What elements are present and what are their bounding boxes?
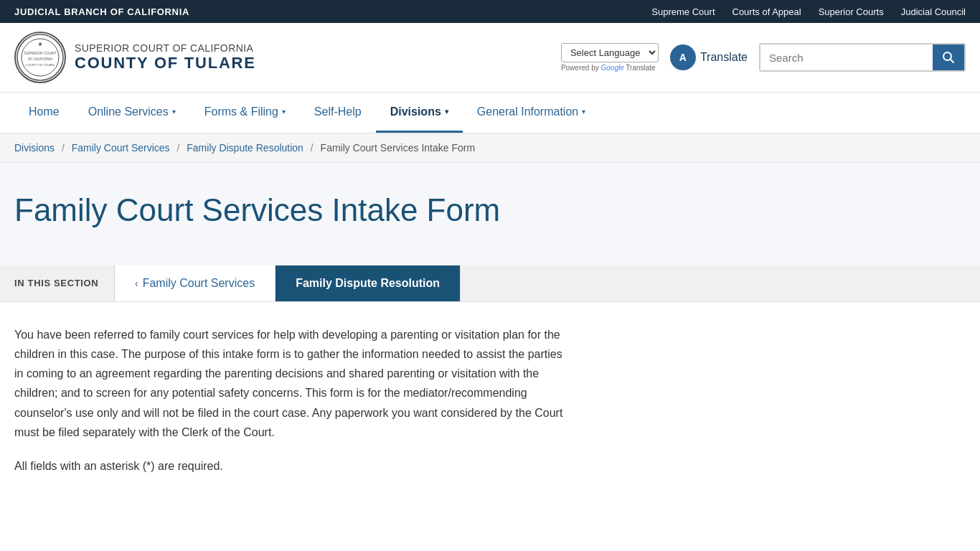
page-title: Family Court Services Intake Form [14, 192, 966, 230]
nav-inner: Home Online Services ▾ Forms & Filing ▾ … [0, 93, 980, 133]
logo-block: SUPERIOR COURT OF CALIFORNIA COUNTY OF T… [14, 32, 256, 83]
top-bar-links: Supreme Court Courts of Appeal Superior … [651, 6, 966, 17]
court-seal: SUPERIOR COURT OF CALIFORNIA COUNTY OF T… [14, 32, 66, 83]
nav-general-information[interactable]: General Information ▾ [463, 93, 600, 133]
search-button[interactable] [933, 43, 964, 72]
search-bar [759, 43, 966, 72]
content-paragraph-2: All fields with an asterisk (*) are requ… [14, 456, 574, 476]
translate-widget: Select Language Powered by Google Transl… [561, 43, 659, 72]
nav-home[interactable]: Home [14, 93, 74, 133]
section-nav: IN THIS SECTION ‹ Family Court Services … [0, 265, 980, 302]
superior-courts-link[interactable]: Superior Courts [819, 6, 884, 17]
top-bar: JUDICIAL BRANCH OF CALIFORNIA Supreme Co… [0, 0, 980, 23]
nav-divisions[interactable]: Divisions ▾ [376, 93, 463, 133]
breadcrumb-family-dispute-resolution[interactable]: Family Dispute Resolution [187, 142, 303, 154]
breadcrumb-current: Family Court Services Intake Form [321, 142, 476, 154]
chevron-down-icon: ▾ [445, 108, 448, 116]
court-name-block: SUPERIOR COURT OF CALIFORNIA COUNTY OF T… [75, 42, 256, 72]
section-nav-items: ‹ Family Court Services Family Dispute R… [115, 265, 461, 301]
breadcrumb-separator: / [62, 142, 65, 154]
breadcrumb-family-court-services[interactable]: Family Court Services [72, 142, 170, 154]
section-nav-family-court-services[interactable]: ‹ Family Court Services [115, 265, 275, 301]
nav-online-services[interactable]: Online Services ▾ [74, 93, 190, 133]
header: SUPERIOR COURT OF CALIFORNIA COUNTY OF T… [0, 23, 980, 93]
svg-line-7 [951, 60, 954, 63]
svg-text:SUPERIOR COURT: SUPERIOR COURT [24, 51, 56, 55]
nav-self-help[interactable]: Self-Help [300, 93, 376, 133]
judicial-council-link[interactable]: Judicial Council [901, 6, 966, 17]
header-controls: Select Language Powered by Google Transl… [561, 43, 966, 72]
translate-button[interactable]: A Translate [670, 44, 748, 70]
back-arrow-icon: ‹ [135, 278, 138, 289]
brand-name: JUDICIAL BRANCH OF CALIFORNIA [14, 6, 189, 17]
courts-of-appeal-link[interactable]: Courts of Appeal [732, 6, 801, 17]
chevron-down-icon: ▾ [582, 108, 585, 116]
breadcrumb-separator: / [177, 142, 180, 154]
search-input[interactable] [760, 52, 933, 64]
chevron-down-icon: ▾ [172, 108, 176, 116]
section-nav-family-dispute-resolution[interactable]: Family Dispute Resolution [275, 265, 461, 301]
translate-label: Translate [700, 51, 748, 64]
court-title: COUNTY OF TULARE [75, 54, 256, 72]
page-title-area: Family Court Services Intake Form [0, 163, 980, 265]
svg-text:COUNTY OF TULARE: COUNTY OF TULARE [26, 63, 55, 67]
powered-by-label: Powered by Google Translate [561, 64, 656, 72]
svg-marker-5 [38, 42, 42, 47]
supreme-court-link[interactable]: Supreme Court [651, 6, 715, 17]
chevron-down-icon: ▾ [282, 108, 286, 116]
translate-icon: A [670, 44, 696, 70]
svg-text:OF CALIFORNIA: OF CALIFORNIA [28, 57, 53, 61]
breadcrumb-separator: / [311, 142, 314, 154]
section-nav-label: IN THIS SECTION [0, 265, 115, 301]
breadcrumb: Divisions / Family Court Services / Fami… [0, 133, 980, 163]
breadcrumb-divisions[interactable]: Divisions [14, 142, 55, 154]
content-area: You have been referred to family court s… [0, 302, 588, 519]
main-nav: Home Online Services ▾ Forms & Filing ▾ … [0, 93, 980, 133]
language-select[interactable]: Select Language [561, 43, 659, 62]
content-paragraph-1: You have been referred to family court s… [14, 325, 574, 442]
nav-forms-filing[interactable]: Forms & Filing ▾ [190, 93, 300, 133]
court-subtitle: SUPERIOR COURT OF CALIFORNIA [75, 42, 256, 54]
